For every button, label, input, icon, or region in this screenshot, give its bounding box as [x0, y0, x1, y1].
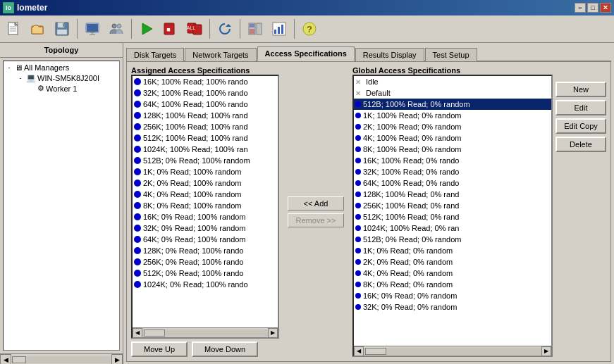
list-item[interactable]: 4K; 0% Read; 100% random — [133, 189, 278, 200]
list-item[interactable]: 32K; 0% Read; 100% random — [133, 222, 278, 234]
tab-access-specs[interactable]: Access Specifications — [257, 46, 355, 61]
move-down-btn[interactable]: Move Down — [192, 341, 258, 357]
dot-icon — [134, 89, 141, 96]
global-item[interactable]: 1K; 100% Read; 0% random — [354, 110, 551, 121]
dot-icon — [134, 168, 141, 175]
list-item[interactable]: 512K; 0% Read; 100% rando — [133, 268, 278, 279]
assigned-scroll-left[interactable]: ◀ — [133, 328, 142, 338]
save-btn[interactable] — [51, 18, 73, 40]
stop-btn[interactable]: ■ — [159, 18, 182, 40]
global-item-idle[interactable]: ✕ Idle — [354, 76, 551, 87]
global-item[interactable]: 1K; 0% Read; 0% random — [354, 245, 551, 256]
chart-btn[interactable] — [268, 18, 290, 40]
assigned-hscroll[interactable]: ◀ ▶ — [133, 327, 278, 337]
list-item[interactable]: 2K; 0% Read; 100% random — [133, 177, 278, 189]
svg-marker-23 — [226, 24, 231, 27]
help-btn[interactable]: ? — [298, 18, 321, 40]
global-item[interactable]: 16K; 100% Read; 0% rando — [354, 155, 551, 166]
global-item[interactable]: 1024K; 100% Read; 0% ran — [354, 222, 551, 234]
list-item[interactable]: 512K; 100% Read; 100% rand — [133, 132, 278, 144]
list-item[interactable]: 256K; 0% Read; 100% rando — [133, 256, 278, 268]
dot-icon — [355, 146, 361, 152]
move-up-btn[interactable]: Move Up — [131, 341, 188, 357]
svg-rect-27 — [250, 29, 254, 34]
list-item[interactable]: 64K; 100% Read; 100% rando — [133, 99, 278, 110]
tab-results-display[interactable]: Results Display — [355, 48, 424, 61]
start-btn[interactable] — [135, 18, 158, 40]
tree-worker1[interactable]: ⚙ Worker 1 — [27, 83, 118, 94]
add-btn[interactable]: << Add — [288, 196, 344, 211]
global-hscroll[interactable]: ◀ ▶ — [354, 346, 551, 356]
tree-machine[interactable]: - 💻 WIN-SM5K8J200I — [16, 73, 118, 83]
global-item[interactable]: 4K; 0% Read; 0% random — [354, 268, 551, 279]
stop-all-btn[interactable]: ALL — [183, 18, 206, 40]
list-item[interactable]: 8K; 0% Read; 100% random — [133, 200, 278, 211]
dot-icon — [134, 202, 141, 209]
topology-tree[interactable]: - 🖥 All Managers - 💻 WIN-SM5K8J200I ⚙ Wo… — [3, 61, 120, 351]
global-listbox[interactable]: ✕ Idle ✕ Default 512B; 100% Read; 0% ran… — [354, 76, 551, 346]
main-area: Topology - 🖥 All Managers - 💻 WIN-SM5K8J… — [0, 43, 614, 364]
global-item[interactable]: 512K; 100% Read; 0% rand — [354, 211, 551, 222]
global-item[interactable]: 2K; 0% Read; 0% random — [354, 256, 551, 268]
scroll-right-btn[interactable]: ▶ — [111, 354, 123, 365]
workers-btn[interactable] — [105, 18, 128, 40]
list-item[interactable]: 1024K; 0% Read; 100% rando — [133, 279, 278, 290]
remove-btn[interactable]: Remove >> — [288, 213, 344, 227]
tab-test-setup[interactable]: Test Setup — [425, 48, 477, 61]
list-item[interactable]: 512B; 0% Read; 100% random — [133, 155, 278, 166]
list-item[interactable]: 16K; 100% Read; 100% rando — [133, 76, 278, 87]
global-item[interactable]: 2K; 100% Read; 0% random — [354, 121, 551, 132]
global-item[interactable]: 64K; 100% Read; 0% rando — [354, 177, 551, 189]
assigned-listbox[interactable]: 16K; 100% Read; 100% rando 32K; 100% Rea… — [133, 76, 278, 327]
topology-scrollbar[interactable]: ◀ ▶ — [0, 353, 123, 364]
global-item-512b-selected[interactable]: 512B; 100% Read; 0% random — [354, 99, 551, 110]
worker1-label: Worker 1 — [46, 84, 77, 93]
global-label: Global Access Specifications — [352, 66, 606, 75]
assigned-scroll-right[interactable]: ▶ — [268, 328, 278, 338]
global-item[interactable]: 32K; 100% Read; 0% rando — [354, 166, 551, 177]
sep-4 — [240, 19, 240, 39]
list-item[interactable]: 1K; 0% Read; 100% random — [133, 166, 278, 177]
list-item[interactable]: 256K; 100% Read; 100% rand — [133, 121, 278, 132]
global-item[interactable]: 8K; 0% Read; 0% random — [354, 279, 551, 290]
tab-network-targets[interactable]: Network Targets — [185, 48, 256, 61]
global-item[interactable]: 32K; 0% Read; 0% random — [354, 301, 551, 313]
global-item[interactable]: 16K; 0% Read; 0% random — [354, 290, 551, 301]
global-scroll-left[interactable]: ◀ — [354, 346, 364, 356]
global-item[interactable]: 256K; 100% Read; 0% rand — [354, 200, 551, 211]
new-config-btn[interactable] — [3, 18, 25, 40]
reset-btn[interactable] — [214, 18, 236, 40]
new-spec-btn[interactable]: New — [555, 82, 606, 97]
open-btn[interactable] — [27, 18, 49, 40]
list-item[interactable]: 128K; 100% Read; 100% rand — [133, 110, 278, 121]
global-item[interactable]: 8K; 100% Read; 0% random — [354, 144, 551, 155]
minimize-btn[interactable]: − — [575, 3, 586, 13]
global-item[interactable]: 4K; 100% Read; 0% random — [354, 132, 551, 144]
tree-all-managers[interactable]: - 🖥 All Managers — [5, 63, 118, 73]
dot-icon — [355, 124, 361, 130]
maximize-btn[interactable]: □ — [587, 3, 598, 13]
delete-spec-btn[interactable]: Delete — [555, 137, 606, 152]
cross-icon: ✕ — [355, 89, 364, 97]
display-btn[interactable] — [81, 18, 104, 40]
close-btn[interactable]: ✕ — [600, 3, 611, 13]
svg-rect-31 — [281, 25, 283, 34]
dot-icon — [134, 146, 141, 153]
list-item[interactable]: 64K; 0% Read; 100% random — [133, 234, 278, 245]
global-item[interactable]: 128K; 100% Read; 0% rand — [354, 189, 551, 200]
list-item[interactable]: 128K; 0% Read; 100% rando — [133, 245, 278, 256]
list-item[interactable]: 16K; 0% Read; 100% random — [133, 211, 278, 222]
topology-panel: Topology - 🖥 All Managers - 💻 WIN-SM5K8J… — [0, 43, 123, 364]
svg-marker-17 — [142, 23, 152, 34]
edit-copy-btn[interactable]: Edit Copy — [555, 118, 606, 134]
tab-disk-targets[interactable]: Disk Targets — [126, 48, 184, 61]
global-item[interactable]: 512B; 0% Read; 0% random — [354, 234, 551, 245]
edit-spec-btn[interactable]: Edit — [555, 100, 606, 115]
record-btn[interactable] — [244, 18, 266, 40]
global-scroll-right[interactable]: ▶ — [541, 346, 551, 356]
list-item[interactable]: 1024K; 100% Read; 100% ran — [133, 144, 278, 155]
dot-icon — [134, 112, 141, 119]
global-item-default[interactable]: ✕ Default — [354, 87, 551, 99]
scroll-left-btn[interactable]: ◀ — [0, 354, 11, 365]
list-item[interactable]: 32K; 100% Read; 100% rando — [133, 87, 278, 99]
